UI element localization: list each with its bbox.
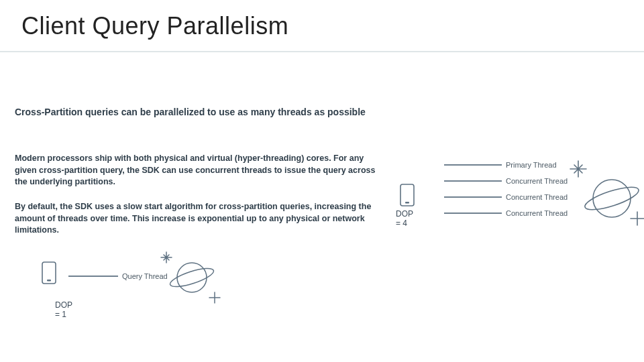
planet-sparkle-small-icon [140, 249, 227, 310]
dop4-thread-label-3: Concurrent Thread [506, 209, 568, 217]
dop4-thread-row: Concurrent Thread [437, 209, 568, 217]
thread-line [444, 213, 502, 214]
dop4-thread-row: Concurrent Thread [437, 177, 568, 185]
subheading: Cross-Partition queries can be paralleli… [15, 106, 377, 119]
svg-point-7 [583, 183, 641, 215]
phone-icon [400, 184, 415, 206]
dop1-group: Query Thread DOP = 1 [42, 261, 56, 284]
dop4-thread-row: Primary Thread [437, 161, 568, 169]
svg-point-6 [593, 180, 631, 217]
thread-line [444, 180, 502, 182]
dop4-thread-label-2: Concurrent Thread [506, 193, 568, 201]
title-underline [0, 51, 644, 52]
dop4-thread-row: Concurrent Thread [437, 193, 568, 201]
thread-line [444, 196, 502, 198]
paragraph-slow-start: By default, the SDK uses a slow start al… [15, 201, 384, 237]
svg-point-3 [168, 265, 215, 290]
svg-rect-1 [47, 280, 51, 282]
dop4-label: DOP = 4 [396, 209, 413, 228]
thread-line [68, 276, 118, 277]
paragraph-processors: Modern processors ship with both physica… [15, 153, 384, 188]
thread-line [444, 164, 502, 166]
slide-root: Client Query Parallelism Cross-Partition… [0, 0, 644, 362]
dop4-thread-label-1: Concurrent Thread [506, 177, 568, 185]
svg-rect-5 [405, 202, 409, 204]
planet-sparkle-large-icon [565, 157, 644, 237]
dop1-label: DOP = 1 [55, 300, 72, 319]
svg-point-2 [177, 263, 207, 292]
slide-title: Client Query Parallelism [21, 12, 288, 40]
phone-icon [42, 261, 56, 284]
dop4-thread-label-0: Primary Thread [506, 161, 557, 169]
dop4-threads: Primary Thread Concurrent Thread Concurr… [437, 161, 568, 225]
